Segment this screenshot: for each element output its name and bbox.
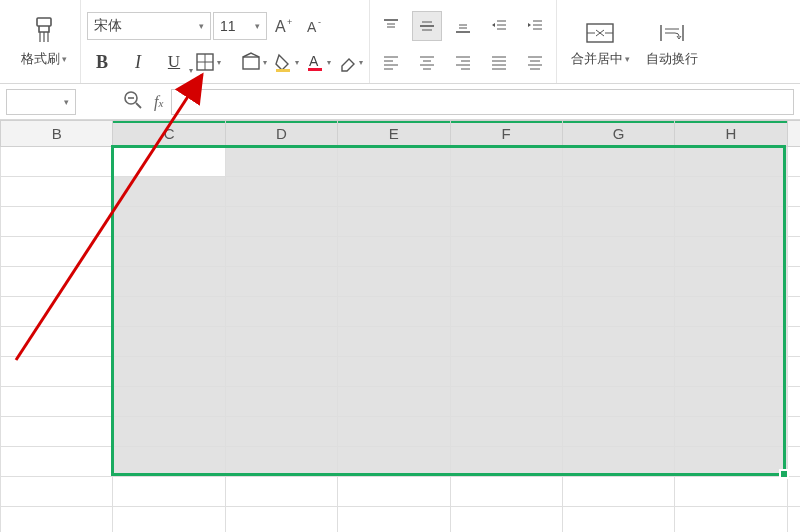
cell[interactable] [450, 417, 562, 447]
cell[interactable] [113, 297, 225, 327]
cell[interactable] [450, 147, 562, 177]
cell[interactable] [225, 297, 337, 327]
cell[interactable] [113, 357, 225, 387]
cell[interactable] [675, 477, 787, 507]
cell[interactable] [113, 237, 225, 267]
cell[interactable] [1, 417, 113, 447]
cell[interactable] [562, 147, 674, 177]
cell[interactable] [787, 267, 800, 297]
italic-button[interactable]: I [123, 47, 153, 77]
cell[interactable] [787, 327, 800, 357]
column-header[interactable]: B [1, 121, 113, 147]
cell[interactable] [787, 447, 800, 477]
cell[interactable] [113, 477, 225, 507]
cell[interactable] [450, 237, 562, 267]
cell[interactable] [562, 237, 674, 267]
cell[interactable] [675, 327, 787, 357]
cell[interactable] [450, 297, 562, 327]
cell[interactable] [675, 177, 787, 207]
align-top-button[interactable] [376, 11, 406, 41]
cell[interactable] [787, 507, 800, 533]
cell[interactable] [787, 357, 800, 387]
cell[interactable] [113, 267, 225, 297]
decrease-indent-button[interactable] [484, 11, 514, 41]
cell[interactable] [1, 477, 113, 507]
cell[interactable] [450, 507, 562, 533]
bold-button[interactable]: B [87, 47, 117, 77]
cell[interactable] [787, 207, 800, 237]
align-bottom-button[interactable] [448, 11, 478, 41]
cell[interactable] [787, 477, 800, 507]
cell[interactable] [338, 447, 450, 477]
cell[interactable] [225, 387, 337, 417]
cell[interactable] [1, 207, 113, 237]
cell[interactable] [450, 207, 562, 237]
cell[interactable] [1, 177, 113, 207]
cell[interactable] [675, 387, 787, 417]
merge-center-button[interactable]: 合并居中▾ [563, 6, 637, 82]
cell[interactable] [562, 477, 674, 507]
column-header[interactable]: C [113, 121, 225, 147]
cell[interactable] [562, 357, 674, 387]
cell[interactable] [338, 177, 450, 207]
cell[interactable] [450, 387, 562, 417]
cell[interactable] [562, 507, 674, 533]
cell[interactable] [562, 327, 674, 357]
cell[interactable] [113, 387, 225, 417]
name-box[interactable]: ▾ [6, 89, 76, 115]
underline-button[interactable]: U▾ [159, 47, 189, 77]
formula-bar-input[interactable] [171, 89, 794, 115]
cell[interactable] [787, 177, 800, 207]
align-left-button[interactable] [376, 47, 406, 77]
fill-color-button[interactable]: ▾ [273, 52, 299, 72]
cell[interactable] [1, 147, 113, 177]
align-right-button[interactable] [448, 47, 478, 77]
cell[interactable] [1, 447, 113, 477]
align-middle-button[interactable] [412, 11, 442, 41]
cell[interactable] [338, 327, 450, 357]
cell[interactable] [225, 177, 337, 207]
cell[interactable] [1, 357, 113, 387]
cell[interactable] [562, 417, 674, 447]
clear-format-button[interactable]: ▾ [337, 52, 363, 72]
cell[interactable] [225, 327, 337, 357]
cell[interactable] [450, 477, 562, 507]
cell[interactable] [1, 507, 113, 533]
cell[interactable] [562, 177, 674, 207]
cell[interactable] [1, 237, 113, 267]
cell[interactable] [338, 477, 450, 507]
cell[interactable] [225, 147, 337, 177]
decrease-font-button[interactable]: A- [301, 11, 331, 41]
cell[interactable] [113, 147, 225, 177]
cell[interactable] [675, 507, 787, 533]
cell[interactable] [787, 147, 800, 177]
cell[interactable] [675, 297, 787, 327]
zoom-out-button[interactable] [116, 89, 150, 115]
align-center-button[interactable] [412, 47, 442, 77]
cell[interactable] [113, 417, 225, 447]
align-distribute-button[interactable] [520, 47, 550, 77]
cell[interactable] [675, 207, 787, 237]
cell[interactable] [338, 147, 450, 177]
cell[interactable] [450, 267, 562, 297]
cell[interactable] [338, 387, 450, 417]
cell[interactable] [450, 327, 562, 357]
cell[interactable] [113, 507, 225, 533]
cell[interactable] [450, 357, 562, 387]
cell[interactable] [675, 357, 787, 387]
cell[interactable] [113, 447, 225, 477]
increase-font-button[interactable]: A+ [269, 11, 299, 41]
cell[interactable] [450, 447, 562, 477]
increase-indent-button[interactable] [520, 11, 550, 41]
cell[interactable] [562, 267, 674, 297]
align-justify-button[interactable] [484, 47, 514, 77]
cell[interactable] [675, 147, 787, 177]
cell[interactable] [787, 297, 800, 327]
cell[interactable] [787, 237, 800, 267]
cell-style-button[interactable]: ▾ [241, 52, 267, 72]
cell[interactable] [787, 417, 800, 447]
cell[interactable] [562, 447, 674, 477]
column-header[interactable]: G [562, 121, 674, 147]
column-header[interactable]: H [675, 121, 787, 147]
cell[interactable] [450, 177, 562, 207]
